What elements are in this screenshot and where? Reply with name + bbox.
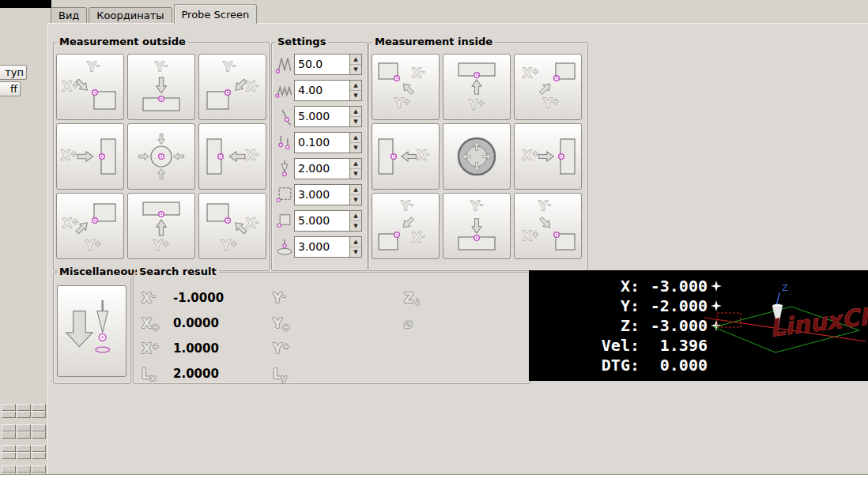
spin-down-button[interactable]: ▼ [350,117,361,126]
tab-2[interactable]: Координаты [89,7,172,24]
probe-button-out-edge-w[interactable]: X- [198,123,266,190]
out-edge-e-icon: X+ [57,124,123,189]
probe-button-out-center[interactable] [127,123,195,190]
svg-text:Y-: Y- [222,59,236,74]
probe-down-button[interactable] [57,285,126,377]
group-title-inside: Measurement inside [372,36,495,47]
probe-button-in-edge-s[interactable]: Y- [443,193,511,259]
tab-1[interactable]: Вид [51,7,87,24]
probe-button-out-corner-sw[interactable]: Y-X- [198,54,266,120]
mini-tile [17,452,31,459]
svg-text:X-: X- [412,66,425,81]
spin-up-button[interactable]: ▲ [350,185,361,195]
spin-up-button[interactable]: ▲ [350,211,361,221]
spin-up-button[interactable]: ▲ [350,107,361,117]
spin-up-button[interactable]: ▲ [350,55,361,65]
dro-row: Y:-2.000 [529,296,728,315]
z-axis-label: Z [782,283,788,293]
result-label: Y- [273,290,304,306]
probe-cylinder-icon [275,236,294,258]
search-column: X--1.0000X⊕0.0000X+1.0000Lx2.0000 [142,285,273,386]
dro-axis-value: -3.000 [640,316,708,335]
svg-text:X-: X- [246,216,259,231]
in-edge-s-icon: Y- [443,194,510,258]
search-row: Y+ [273,336,404,361]
sidebar-button-off[interactable]: ff [0,81,21,96]
setting-row: 5.000▲▼ [275,106,362,127]
dro-axis-label: Z: [529,316,640,335]
tab-3[interactable]: Probe Screen [174,4,258,24]
spin-up-button[interactable]: ▲ [350,133,361,143]
dro-row: Vel:1.396 [529,335,728,355]
probe-button-in-center[interactable] [443,123,511,190]
in-edge-w-icon: X- [372,124,439,189]
mini-tile [2,445,16,452]
probe-button-in-corner-ne[interactable]: X+Y+ [514,54,582,120]
square-dashed-icon [275,184,294,205]
spin-down-button[interactable]: ▼ [350,247,361,257]
setting-value-input[interactable]: 3.000 [295,237,349,257]
group-title-outside: Measurement outside [57,36,188,47]
result-label: X+ [142,341,173,356]
svg-text:Y-: Y- [86,59,100,74]
svg-text:Y+: Y+ [542,96,559,111]
spin-up-button[interactable]: ▲ [350,237,361,247]
dro-axis-label: X: [529,277,640,296]
spin-down-button[interactable]: ▼ [350,221,361,231]
svg-text:Y+: Y+ [85,238,101,253]
mini-tile [32,431,46,439]
outside-grid: Y-X+Y-Y-X-X+X-X+Y+Y+X-Y+ [56,54,266,259]
svg-text:X+: X+ [61,148,77,163]
mini-tile [32,445,46,452]
spin-down-button[interactable]: ▼ [350,169,361,179]
mini-tile [2,424,16,431]
out-corner-se-icon: Y-X+ [57,55,123,119]
setting-value-input[interactable]: 4.00 [295,81,349,100]
search-row: Lx2.0000 [142,361,273,386]
probe-button-in-edge-e[interactable]: X+ [514,123,582,190]
group-measurement-outside: Measurement outside Y-X+Y-Y-X-X+X-X+Y+Y+… [53,42,270,271]
group-title-misc: Miscellaneous [57,266,143,277]
probe-button-out-edge-n[interactable]: Y+ [127,193,195,259]
spin-down-button[interactable]: ▼ [350,195,361,205]
probe-button-out-edge-s[interactable]: Y- [127,54,195,120]
result-value: -1.0000 [173,291,224,305]
mini-tile [32,411,46,418]
spin-down-button[interactable]: ▼ [350,65,361,74]
inside-grid: X-Y+Y+X+Y+X-X+Y-X-Y-Y-X+ [372,54,582,259]
probe-button-out-corner-ne[interactable]: X+Y+ [56,193,124,259]
setting-value-input[interactable]: 0.100 [295,133,349,153]
svg-text:Y+: Y+ [394,96,410,111]
svg-text:Y+: Y+ [221,238,237,253]
svg-text:Y-: Y- [470,198,483,213]
probe-button-in-corner-se[interactable]: Y-X+ [514,193,582,259]
spin-up-button[interactable]: ▲ [350,81,361,91]
setting-value-input[interactable]: 5.000 [295,107,349,126]
result-label: Z↓ [404,290,436,306]
probe-button-in-corner-nw[interactable]: X-Y+ [372,54,440,120]
setting-spinbox: 4.00▲▼ [294,80,362,101]
probe-button-in-corner-sw[interactable]: Y-X- [372,193,440,259]
probe-button-in-edge-n[interactable]: Y+ [443,54,511,120]
in-edge-n-icon: Y+ [443,55,510,119]
setting-value-input[interactable]: 3.000 [295,185,349,205]
svg-text:X+: X+ [62,216,79,231]
result-value: 0.0000 [173,316,219,330]
spin-down-button[interactable]: ▼ [350,143,361,153]
setting-value-input[interactable]: 50.0 [295,55,349,74]
probe-button-out-corner-se[interactable]: Y-X+ [56,54,124,120]
search-row: X--1.0000 [142,285,273,311]
setting-row: 3.000▲▼ [275,184,362,205]
setting-value-input[interactable]: 2.000 [295,159,349,179]
spin-down-button[interactable]: ▼ [350,91,361,100]
probe-button-in-edge-w[interactable]: X- [372,123,440,190]
search-row: ⌀ [404,311,499,336]
mini-tile [32,452,46,459]
probe-down-icon [58,286,126,376]
dro-axis-value: -2.000 [640,296,708,315]
probe-button-out-edge-e[interactable]: X+ [56,123,124,190]
sidebar-button-top[interactable]: туп [0,65,27,80]
probe-button-out-corner-nw[interactable]: X-Y+ [198,193,266,259]
setting-value-input[interactable]: 5.000 [295,211,349,231]
spin-up-button[interactable]: ▲ [350,159,361,169]
